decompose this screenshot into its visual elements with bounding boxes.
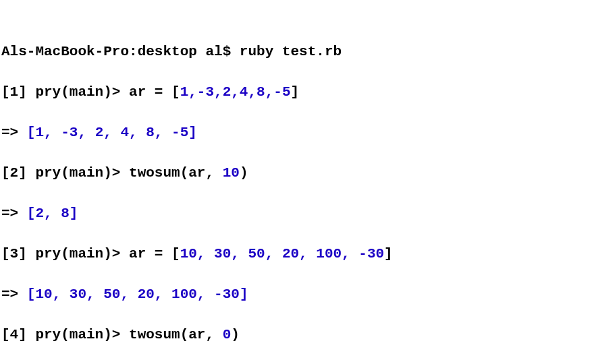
bracket-close: ] — [188, 125, 197, 140]
code-text: ar = [ — [129, 246, 180, 262]
code-text: ar = [ — [129, 84, 180, 100]
shell-prompt-text: Als-MacBook-Pro:desktop al$ ruby test.rb — [1, 44, 342, 59]
code-close: ] — [384, 246, 393, 262]
result-values: 2, 8 — [35, 206, 69, 221]
array-values: 1,-3,2,4,8,-5 — [180, 84, 291, 100]
pry-prompt: [3] pry(main)> — [1, 246, 129, 262]
pry-input-line-1: [1] pry(main)> ar = [1,-3,2,4,8,-5] — [1, 82, 593, 102]
result-arrow: => — [1, 286, 27, 302]
code-close: ) — [231, 327, 240, 342]
pry-input-line-2: [2] pry(main)> twosum(ar, 10) — [1, 163, 593, 183]
bracket-open: [ — [27, 125, 36, 140]
array-values: 10, 30, 50, 20, 100, -30 — [180, 246, 384, 262]
bracket-close: ] — [240, 286, 248, 302]
pry-result-line-1: => [1, -3, 2, 4, 8, -5] — [1, 123, 593, 143]
pry-result-line-3: => [10, 30, 50, 20, 100, -30] — [1, 284, 593, 305]
argument-value: 10 — [223, 165, 240, 181]
result-arrow: => — [1, 206, 27, 221]
result-values: 10, 30, 50, 20, 100, -30 — [35, 286, 239, 302]
pry-prompt: [2] pry(main)> — [1, 165, 129, 181]
bracket-open: [ — [27, 206, 36, 221]
bracket-open: [ — [27, 286, 36, 302]
result-arrow: => — [1, 125, 27, 140]
bracket-close: ] — [70, 206, 78, 221]
result-values: 1, -3, 2, 4, 8, -5 — [35, 125, 188, 140]
pry-input-line-4: [4] pry(main)> twosum(ar, 0) — [1, 325, 593, 345]
argument-value: 0 — [223, 327, 232, 342]
code-close: ] — [290, 84, 299, 100]
pry-prompt: [1] pry(main)> — [1, 84, 129, 100]
pry-result-line-2: => [2, 8] — [1, 204, 593, 224]
shell-command-line: Als-MacBook-Pro:desktop al$ ruby test.rb — [1, 42, 593, 62]
pry-input-line-3: [3] pry(main)> ar = [10, 30, 50, 20, 100… — [1, 244, 593, 264]
code-text: twosum(ar, — [129, 327, 223, 342]
code-close: ) — [240, 165, 248, 181]
code-text: twosum(ar, — [129, 165, 223, 181]
pry-prompt: [4] pry(main)> — [1, 327, 129, 342]
